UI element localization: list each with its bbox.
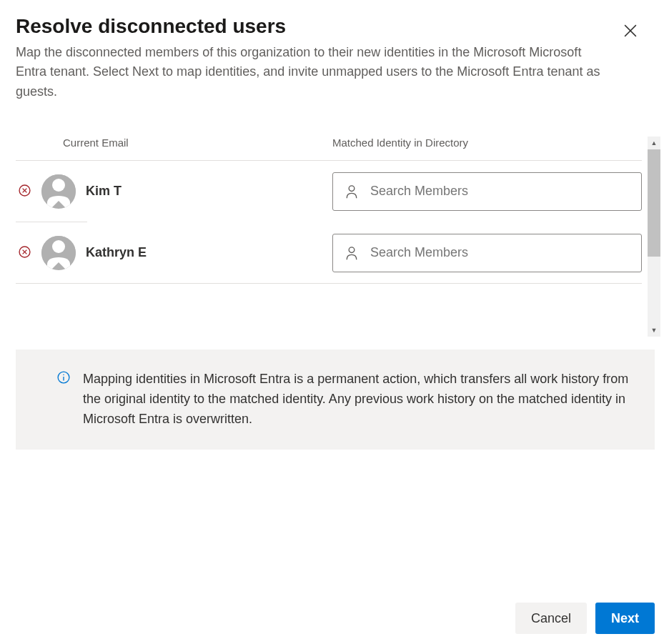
close-icon [624,24,637,39]
person-icon [41,236,76,270]
vertical-scrollbar[interactable]: ▲ ▼ [648,137,660,337]
resolve-users-panel: Resolve disconnected users Map the disco… [0,0,669,644]
remove-user-button[interactable] [16,244,33,262]
next-button[interactable]: Next [595,603,655,634]
svg-point-12 [52,240,65,253]
svg-point-6 [52,179,65,192]
svg-point-15 [63,375,64,376]
panel-footer: Cancel Next [515,603,655,634]
info-icon [57,371,70,384]
panel-title: Resolve disconnected users [16,14,652,39]
user-avatar [41,236,76,270]
table-header-row: Current Email Matched Identity in Direct… [16,137,642,161]
scrollbar-thumb[interactable] [648,149,660,257]
users-table: Current Email Matched Identity in Direct… [16,137,642,284]
info-message-text: Mapping identities in Microsoft Entra is… [83,370,633,430]
user-avatar [41,174,76,209]
search-member-wrap [332,234,642,272]
close-button[interactable] [619,20,642,43]
user-name-label: Kim T [86,184,332,199]
cancel-button[interactable]: Cancel [515,603,587,634]
user-row: Kathryn E [16,222,642,283]
users-table-wrap: Current Email Matched Identity in Direct… [0,137,669,284]
remove-user-button[interactable] [16,183,33,200]
search-member-wrap [332,172,642,211]
remove-icon [19,184,31,199]
panel-description: Map the disconnected members of this org… [16,43,609,103]
info-message-box: Mapping identities in Microsoft Entra is… [16,350,655,450]
user-name-label: Kathryn E [86,245,332,260]
person-icon [41,174,76,209]
scroll-up-arrow-icon: ▲ [648,137,660,149]
panel-header: Resolve disconnected users Map the disco… [0,0,669,115]
scroll-down-arrow-icon: ▼ [648,324,660,337]
row-divider [16,283,642,284]
column-header-email: Current Email [16,137,332,149]
user-row: Kim T [16,161,642,222]
search-members-input[interactable] [332,234,642,272]
remove-icon [19,246,31,260]
search-members-input[interactable] [332,172,642,211]
column-header-matched: Matched Identity in Directory [332,137,642,149]
